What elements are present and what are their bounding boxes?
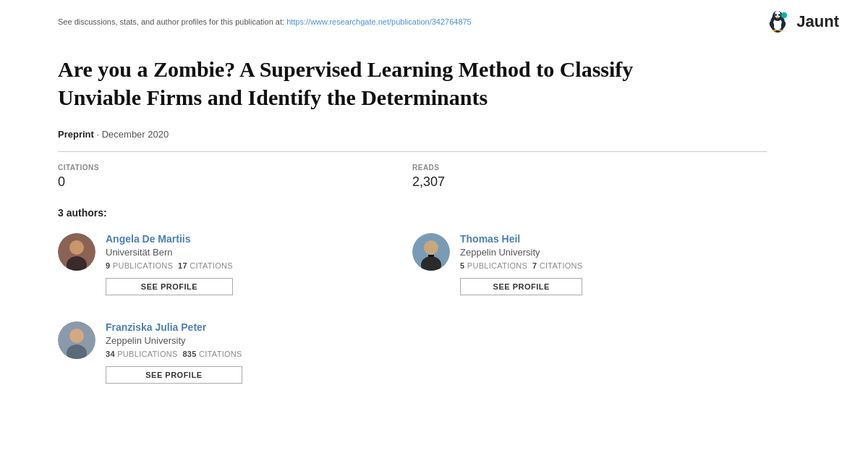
author-name[interactable]: Thomas Heil [460,233,582,245]
svg-point-20 [424,240,438,255]
top-bar: See discussions, stats, and author profi… [0,0,868,41]
citations-label: CITATIONS [58,164,412,172]
paper-title: Are you a Zombie? A Supervised Learning … [58,55,709,111]
author-stats: 9 PUBLICATIONS 17 CITATIONS [106,261,233,270]
logo-text: Jaunt [796,12,839,31]
see-profile-button[interactable]: SEE PROFILE [106,366,242,384]
svg-point-9 [773,30,777,31]
author-name[interactable]: Angela De Martiis [106,233,233,245]
stats-divider [58,151,767,152]
svg-point-11 [781,12,787,18]
authors-section: 3 authors: Angela De MartiisUniversität … [58,207,767,384]
stats-row: CITATIONS 0 READS 2,307 [58,164,767,190]
author-info: Thomas HeilZeppelin University5 PUBLICAT… [460,233,582,295]
authors-col-right: Thomas HeilZeppelin University5 PUBLICAT… [412,233,767,384]
author-affiliation: Zeppelin University [460,247,582,258]
main-content: Are you a Zombie? A Supervised Learning … [0,41,868,413]
author-card: Franziska Julia PeterZeppelin University… [58,321,412,384]
author-avatar [58,321,95,359]
svg-point-6 [776,17,779,18]
meta-separator: · [96,129,101,140]
authors-col-left: Angela De MartiisUniversität Bern9 PUBLI… [58,233,412,384]
see-profile-button[interactable]: SEE PROFILE [460,278,582,295]
authors-title: 3 authors: [58,207,767,219]
svg-point-17 [69,329,84,343]
author-info: Angela De MartiisUniversität Bern9 PUBLI… [106,233,233,295]
svg-point-14 [69,240,84,255]
meta-line: Preprint · December 2020 [58,129,810,140]
top-note: See discussions, stats, and author profi… [58,17,472,26]
author-affiliation: Zeppelin University [106,335,242,346]
publication-link[interactable]: https://www.researchgate.net/publication… [286,17,472,26]
author-avatar [412,233,450,271]
author-affiliation: Universität Bern [106,247,233,258]
author-stats: 5 PUBLICATIONS 7 CITATIONS [460,261,582,270]
svg-point-10 [779,30,783,31]
paper-date: December 2020 [102,129,169,140]
authors-grid: Angela De MartiisUniversität Bern9 PUBLI… [58,233,767,384]
citations-value: 0 [58,174,412,190]
citations-block: CITATIONS 0 [58,164,412,190]
author-name[interactable]: Franziska Julia Peter [106,321,242,333]
author-info: Franziska Julia PeterZeppelin University… [106,321,242,384]
penguin-icon [765,9,791,35]
svg-point-4 [775,14,777,16]
see-profile-button[interactable]: SEE PROFILE [106,278,233,295]
reads-block: READS 2,307 [412,164,767,190]
reads-label: READS [412,164,767,172]
svg-point-5 [778,14,780,16]
svg-rect-21 [428,255,434,257]
top-note-text: See discussions, stats, and author profi… [58,17,284,26]
logo-area: Jaunt [765,9,839,35]
author-stats: 34 PUBLICATIONS 835 CITATIONS [106,350,242,358]
reads-value: 2,307 [412,174,767,190]
author-avatar [58,233,95,271]
author-card: Thomas HeilZeppelin University5 PUBLICAT… [412,233,767,295]
author-card: Angela De MartiisUniversität Bern9 PUBLI… [58,233,412,295]
paper-type: Preprint [58,129,94,140]
